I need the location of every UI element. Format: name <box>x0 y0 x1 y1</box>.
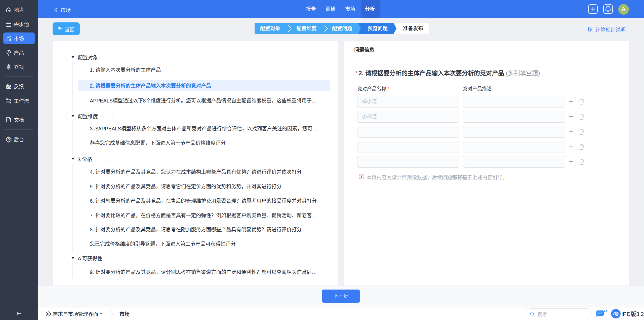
svg-text:AI: AI <box>603 309 607 313</box>
